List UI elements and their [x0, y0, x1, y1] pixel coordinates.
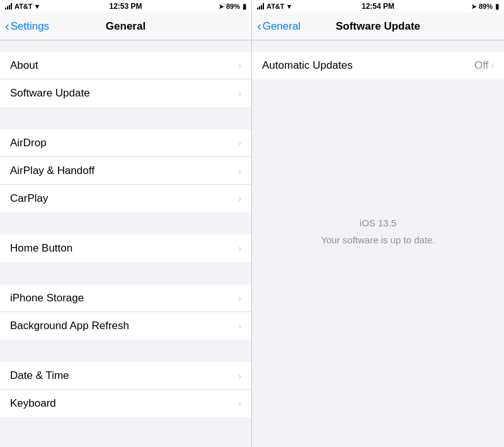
- right-panel: AT&T ▾ 12:54 PM ➤ 89% ▮ ‹ General Softwa…: [252, 0, 504, 447]
- background-app-refresh-label: Background App Refresh: [10, 320, 129, 332]
- right-carrier: AT&T: [266, 3, 285, 10]
- airdrop-chevron-icon: ›: [238, 138, 241, 148]
- left-section-1: About › Software Update ›: [0, 52, 251, 107]
- carplay-item[interactable]: CarPlay ›: [0, 185, 251, 212]
- right-status-bar: AT&T ▾ 12:54 PM ➤ 89% ▮: [252, 0, 504, 13]
- about-item[interactable]: About ›: [0, 52, 251, 79]
- left-section-2: AirDrop › AirPlay & Handoff › CarPlay ›: [0, 129, 251, 212]
- right-wifi-icon: ▾: [287, 3, 291, 11]
- software-update-chevron-icon: ›: [238, 88, 241, 98]
- right-nav-bar: ‹ General Software Update: [252, 13, 504, 40]
- right-status-right: ➤ 89% ▮: [471, 3, 499, 11]
- date-time-right: ›: [238, 371, 241, 381]
- automatic-updates-item[interactable]: Automatic Updates Off ›: [252, 52, 504, 79]
- left-back-chevron-icon: ‹: [5, 19, 9, 33]
- keyboard-label: Keyboard: [10, 397, 56, 410]
- right-top-gap: [252, 40, 504, 52]
- about-right: ›: [238, 61, 241, 71]
- update-status-section: iOS 13.5 Your software is up to date.: [252, 79, 504, 447]
- background-app-refresh-item[interactable]: Background App Refresh ›: [0, 312, 251, 340]
- update-message: Your software is up to date.: [321, 233, 435, 248]
- left-nav-bar: ‹ Settings General: [0, 13, 251, 40]
- left-section-4: iPhone Storage › Background App Refresh …: [0, 284, 251, 340]
- automatic-updates-label: Automatic Updates: [262, 59, 353, 72]
- left-gap-1: [0, 107, 251, 129]
- left-gap-2: [0, 212, 251, 235]
- background-app-refresh-chevron-icon: ›: [238, 321, 241, 331]
- automatic-updates-right: Off ›: [474, 59, 494, 72]
- left-gap-3: [0, 262, 251, 284]
- iphone-storage-chevron-icon: ›: [238, 293, 241, 303]
- keyboard-chevron-icon: ›: [238, 398, 241, 409]
- update-version: iOS 13.5: [360, 216, 396, 231]
- date-time-item[interactable]: Date & Time ›: [0, 362, 251, 390]
- left-location-icon: ➤: [219, 3, 224, 10]
- left-section-3: Home Button ›: [0, 235, 251, 262]
- left-signal-icon: [5, 3, 12, 9]
- iphone-storage-right: ›: [238, 293, 241, 303]
- right-back-button[interactable]: ‹ General: [257, 20, 301, 33]
- iphone-storage-item[interactable]: iPhone Storage ›: [0, 284, 251, 312]
- software-update-item[interactable]: Software Update ›: [0, 79, 251, 107]
- left-status-bar: AT&T ▾ 12:53 PM ➤ 89% ▮: [0, 0, 251, 13]
- left-section-5: Date & Time › Keyboard ›: [0, 362, 251, 417]
- right-back-chevron-icon: ‹: [257, 19, 261, 33]
- automatic-updates-value: Off: [474, 59, 488, 72]
- left-panel: AT&T ▾ 12:53 PM ➤ 89% ▮ ‹ Settings Gener…: [0, 0, 252, 447]
- left-battery-icon: ▮: [243, 3, 246, 11]
- carplay-right: ›: [238, 194, 241, 204]
- left-back-label: Settings: [11, 20, 49, 33]
- left-status-right: ➤ 89% ▮: [219, 3, 246, 11]
- right-battery-icon: ▮: [495, 3, 499, 11]
- left-status-left: AT&T ▾: [5, 3, 39, 11]
- right-section-1: Automatic Updates Off ›: [252, 52, 504, 79]
- airplay-handoff-right: ›: [238, 166, 241, 176]
- left-nav-title: General: [106, 20, 146, 33]
- left-top-gap: [0, 40, 251, 52]
- right-location-icon: ➤: [471, 3, 476, 10]
- right-battery-pct: 89%: [479, 3, 493, 10]
- right-status-left: AT&T ▾: [257, 3, 291, 11]
- left-battery-pct: 89%: [226, 3, 240, 10]
- date-time-chevron-icon: ›: [238, 371, 241, 381]
- right-back-label: General: [263, 20, 301, 33]
- right-time: 12:54 PM: [362, 2, 394, 11]
- right-signal-icon: [257, 3, 264, 9]
- date-time-label: Date & Time: [10, 369, 69, 382]
- left-wifi-icon: ▾: [35, 3, 39, 11]
- carplay-label: CarPlay: [10, 192, 48, 205]
- left-gap-4: [0, 340, 251, 362]
- home-button-right: ›: [238, 243, 241, 253]
- airplay-handoff-item[interactable]: AirPlay & Handoff ›: [0, 157, 251, 185]
- left-back-button[interactable]: ‹ Settings: [5, 20, 49, 33]
- home-button-chevron-icon: ›: [238, 243, 241, 253]
- airdrop-label: AirDrop: [10, 137, 47, 149]
- background-app-refresh-right: ›: [238, 321, 241, 331]
- iphone-storage-label: iPhone Storage: [10, 292, 84, 305]
- carplay-chevron-icon: ›: [238, 194, 241, 204]
- keyboard-item[interactable]: Keyboard ›: [0, 390, 251, 417]
- home-button-label: Home Button: [10, 242, 72, 255]
- airdrop-right: ›: [238, 138, 241, 148]
- about-label: About: [10, 59, 38, 72]
- airdrop-item[interactable]: AirDrop ›: [0, 129, 251, 157]
- airplay-handoff-chevron-icon: ›: [238, 166, 241, 176]
- keyboard-right: ›: [238, 398, 241, 409]
- right-nav-title: Software Update: [336, 20, 420, 33]
- software-update-right: ›: [238, 88, 241, 98]
- left-carrier: AT&T: [14, 3, 33, 10]
- about-chevron-icon: ›: [238, 61, 241, 71]
- airplay-handoff-label: AirPlay & Handoff: [10, 165, 94, 177]
- software-update-label: Software Update: [10, 87, 90, 100]
- automatic-updates-chevron-icon: ›: [491, 61, 494, 71]
- home-button-item[interactable]: Home Button ›: [0, 235, 251, 262]
- left-time: 12:53 PM: [109, 2, 142, 11]
